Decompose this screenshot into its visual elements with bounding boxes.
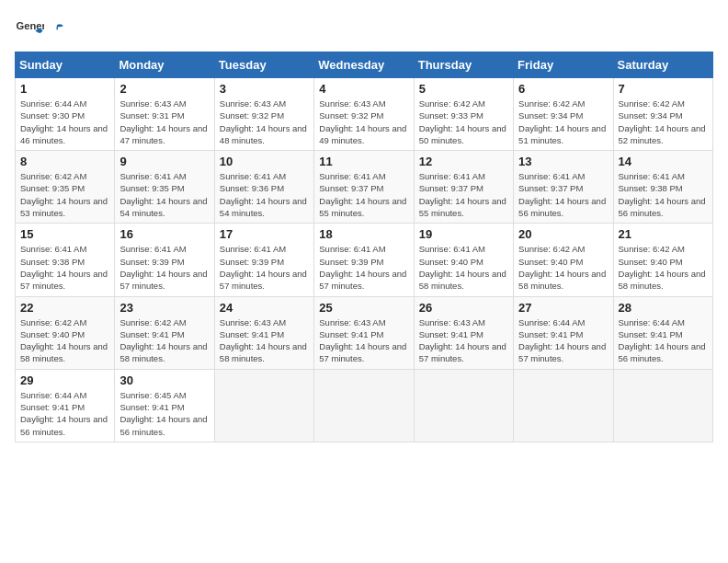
day-number: 3 — [220, 82, 309, 96]
logo: General — [15, 15, 66, 44]
calendar-week-2: 8Sunrise: 6:42 AMSunset: 9:35 PMDaylight… — [16, 151, 713, 224]
day-number: 7 — [619, 82, 708, 96]
day-info: Sunrise: 6:41 AMSunset: 9:37 PMDaylight:… — [518, 170, 608, 219]
calendar-cell: 29Sunrise: 6:44 AMSunset: 9:41 PMDayligh… — [16, 369, 115, 442]
day-info: Sunrise: 6:43 AMSunset: 9:31 PMDaylight:… — [119, 98, 209, 146]
day-info: Sunrise: 6:44 AMSunset: 9:41 PMDaylight:… — [20, 389, 109, 438]
day-info: Sunrise: 6:41 AMSunset: 9:36 PMDaylight:… — [220, 170, 309, 219]
day-info: Sunrise: 6:43 AMSunset: 9:32 PMDaylight:… — [319, 98, 408, 146]
calendar-cell: 17Sunrise: 6:41 AMSunset: 9:39 PMDayligh… — [214, 224, 313, 296]
day-number: 30 — [119, 373, 209, 387]
day-info: Sunrise: 6:42 AMSunset: 9:34 PMDaylight:… — [619, 98, 708, 146]
calendar-cell: 4Sunrise: 6:43 AMSunset: 9:32 PMDaylight… — [314, 78, 414, 151]
calendar-cell: 28Sunrise: 6:44 AMSunset: 9:41 PMDayligh… — [613, 296, 712, 369]
day-number: 8 — [20, 155, 109, 168]
day-info: Sunrise: 6:42 AMSunset: 9:35 PMDaylight:… — [20, 170, 109, 219]
day-info: Sunrise: 6:42 AMSunset: 9:40 PMDaylight:… — [518, 243, 608, 292]
calendar-table: SundayMondayTuesdayWednesdayThursdayFrid… — [15, 52, 713, 442]
logo-text — [48, 21, 66, 38]
calendar-cell: 8Sunrise: 6:42 AMSunset: 9:35 PMDaylight… — [16, 151, 115, 224]
day-number: 4 — [319, 82, 408, 96]
calendar-cell: 9Sunrise: 6:41 AMSunset: 9:35 PMDaylight… — [115, 151, 214, 224]
calendar-cell: 27Sunrise: 6:44 AMSunset: 9:41 PMDayligh… — [514, 296, 613, 369]
day-header-thursday: Thursday — [414, 52, 513, 78]
day-header-monday: Monday — [115, 52, 214, 78]
calendar-cell: 12Sunrise: 6:41 AMSunset: 9:37 PMDayligh… — [414, 151, 513, 224]
day-number: 22 — [20, 301, 109, 315]
day-number: 16 — [119, 227, 209, 241]
day-number: 25 — [319, 301, 408, 315]
calendar-cell: 1Sunrise: 6:44 AMSunset: 9:30 PMDaylight… — [16, 78, 115, 151]
day-number: 23 — [119, 301, 209, 315]
calendar-cell: 22Sunrise: 6:42 AMSunset: 9:40 PMDayligh… — [16, 296, 115, 369]
day-number: 28 — [619, 301, 708, 315]
calendar-week-5: 29Sunrise: 6:44 AMSunset: 9:41 PMDayligh… — [16, 369, 713, 442]
day-info: Sunrise: 6:41 AMSunset: 9:38 PMDaylight:… — [619, 170, 708, 219]
day-number: 21 — [619, 227, 708, 241]
calendar-cell — [314, 369, 414, 442]
day-info: Sunrise: 6:41 AMSunset: 9:35 PMDaylight:… — [119, 170, 209, 219]
calendar-cell: 20Sunrise: 6:42 AMSunset: 9:40 PMDayligh… — [514, 224, 613, 296]
day-info: Sunrise: 6:41 AMSunset: 9:40 PMDaylight:… — [419, 243, 508, 292]
header: General — [15, 15, 713, 44]
header-row: SundayMondayTuesdayWednesdayThursdayFrid… — [16, 52, 713, 78]
day-info: Sunrise: 6:44 AMSunset: 9:41 PMDaylight:… — [619, 316, 708, 365]
calendar-week-3: 15Sunrise: 6:41 AMSunset: 9:38 PMDayligh… — [16, 224, 713, 296]
day-info: Sunrise: 6:45 AMSunset: 9:41 PMDaylight:… — [119, 389, 209, 438]
day-info: Sunrise: 6:42 AMSunset: 9:34 PMDaylight:… — [518, 98, 608, 146]
day-number: 6 — [518, 82, 608, 96]
calendar-cell — [613, 369, 712, 442]
calendar-cell: 2Sunrise: 6:43 AMSunset: 9:31 PMDaylight… — [115, 78, 214, 151]
day-number: 13 — [518, 155, 608, 168]
calendar-cell: 24Sunrise: 6:43 AMSunset: 9:41 PMDayligh… — [214, 296, 313, 369]
day-number: 15 — [20, 227, 109, 241]
calendar-cell: 30Sunrise: 6:45 AMSunset: 9:41 PMDayligh… — [115, 369, 214, 442]
day-info: Sunrise: 6:42 AMSunset: 9:33 PMDaylight:… — [419, 98, 508, 146]
calendar-cell — [414, 369, 513, 442]
day-info: Sunrise: 6:42 AMSunset: 9:40 PMDaylight:… — [20, 316, 109, 365]
calendar-cell: 10Sunrise: 6:41 AMSunset: 9:36 PMDayligh… — [214, 151, 313, 224]
calendar-cell — [514, 369, 613, 442]
calendar-cell: 5Sunrise: 6:42 AMSunset: 9:33 PMDaylight… — [414, 78, 513, 151]
calendar-cell: 21Sunrise: 6:42 AMSunset: 9:40 PMDayligh… — [613, 224, 712, 296]
calendar-cell: 7Sunrise: 6:42 AMSunset: 9:34 PMDaylight… — [613, 78, 712, 151]
day-number: 20 — [518, 227, 608, 241]
calendar-cell — [214, 369, 313, 442]
day-number: 29 — [20, 373, 109, 387]
calendar-header: SundayMondayTuesdayWednesdayThursdayFrid… — [16, 52, 713, 78]
day-number: 11 — [319, 155, 408, 168]
day-number: 1 — [20, 82, 109, 96]
day-info: Sunrise: 6:43 AMSunset: 9:41 PMDaylight:… — [220, 316, 309, 365]
day-info: Sunrise: 6:41 AMSunset: 9:37 PMDaylight:… — [419, 170, 508, 219]
day-info: Sunrise: 6:42 AMSunset: 9:40 PMDaylight:… — [619, 243, 708, 292]
day-number: 27 — [518, 301, 608, 315]
day-header-wednesday: Wednesday — [314, 52, 414, 78]
day-header-friday: Friday — [514, 52, 613, 78]
day-number: 5 — [419, 82, 508, 96]
day-info: Sunrise: 6:41 AMSunset: 9:38 PMDaylight:… — [20, 243, 109, 292]
calendar-cell: 13Sunrise: 6:41 AMSunset: 9:37 PMDayligh… — [514, 151, 613, 224]
calendar-cell: 19Sunrise: 6:41 AMSunset: 9:40 PMDayligh… — [414, 224, 513, 296]
calendar-cell: 15Sunrise: 6:41 AMSunset: 9:38 PMDayligh… — [16, 224, 115, 296]
logo-icon: General — [15, 15, 44, 44]
day-info: Sunrise: 6:43 AMSunset: 9:41 PMDaylight:… — [419, 316, 508, 365]
day-number: 18 — [319, 227, 408, 241]
calendar-cell: 6Sunrise: 6:42 AMSunset: 9:34 PMDaylight… — [514, 78, 613, 151]
calendar-week-4: 22Sunrise: 6:42 AMSunset: 9:40 PMDayligh… — [16, 296, 713, 369]
day-number: 19 — [419, 227, 508, 241]
calendar-cell: 14Sunrise: 6:41 AMSunset: 9:38 PMDayligh… — [613, 151, 712, 224]
day-number: 17 — [220, 227, 309, 241]
calendar-cell: 16Sunrise: 6:41 AMSunset: 9:39 PMDayligh… — [115, 224, 214, 296]
calendar-cell: 3Sunrise: 6:43 AMSunset: 9:32 PMDaylight… — [214, 78, 313, 151]
day-number: 10 — [220, 155, 309, 168]
day-info: Sunrise: 6:41 AMSunset: 9:39 PMDaylight:… — [119, 243, 209, 292]
day-info: Sunrise: 6:44 AMSunset: 9:41 PMDaylight:… — [518, 316, 608, 365]
day-header-saturday: Saturday — [613, 52, 712, 78]
day-header-tuesday: Tuesday — [214, 52, 313, 78]
day-header-sunday: Sunday — [16, 52, 115, 78]
day-info: Sunrise: 6:43 AMSunset: 9:32 PMDaylight:… — [220, 98, 309, 146]
day-number: 9 — [119, 155, 209, 168]
calendar-week-1: 1Sunrise: 6:44 AMSunset: 9:30 PMDaylight… — [16, 78, 713, 151]
day-number: 26 — [419, 301, 508, 315]
calendar-cell: 23Sunrise: 6:42 AMSunset: 9:41 PMDayligh… — [115, 296, 214, 369]
